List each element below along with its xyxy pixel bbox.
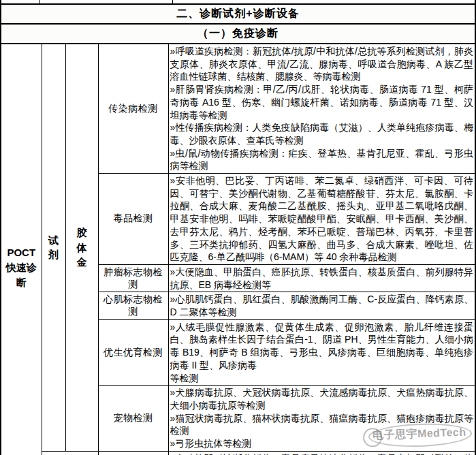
section-header: 二、诊断试剂+诊断设备: [1, 5, 475, 24]
cell-desc-tumor-markers: »大便隐血、甲胎蛋白、癌胚抗原、转铁蛋白、核基质蛋白、前列腺特异抗原、EB 病毒…: [168, 264, 475, 292]
cell-category-instrument-targets: 传染病、毒品: [98, 451, 168, 455]
desc-line: »大便隐血、甲胎蛋白、癌胚抗原、转铁蛋白、核基质蛋白、前列腺特异抗原、EB 病毒…: [170, 266, 474, 291]
desc-line: »猫冠状病毒抗原、猫杯状病毒抗原、猫瘟病毒抗原、猫疱疹病毒抗原等检测: [170, 412, 474, 437]
cell-category-tumor-markers: 肿瘤标志物检测: [98, 264, 168, 292]
desc-line: »呼吸道疾病检测：新冠抗体/抗原/中和抗体/总抗等系列检测试剂，肺炎支原体、肺炎…: [170, 45, 474, 83]
cell-desc-fertility: »人绒毛膜促性腺激素、促黄体生成素、促卵泡激素、胎儿纤维连接蛋白、胰岛素样生长因…: [168, 319, 475, 386]
cell-desc-cardiac-markers: »心肌肌钙蛋白、肌红蛋白、肌酸激酶同工酶、C-反应蛋白、降钙素原、D 二聚体等检…: [168, 292, 475, 319]
diagnostics-table: 二、诊断试剂+诊断设备 （一）免疫诊断 POCT 快速诊断 试剂 胶体金 传染病…: [1, 5, 475, 455]
desc-line: »弓形虫抗体等检测: [170, 437, 474, 450]
subsection-header: （一）免疫诊断: [1, 24, 475, 44]
cell-category-pets: 宠物检测: [98, 386, 168, 452]
desc-line: 等检测: [170, 372, 474, 385]
desc-line: »多功能即时诊断分析仪、毒品痕量快速分析仪、毒品卡杯即时联检一体诊断分析仪、毒品…: [170, 452, 474, 455]
desc-line: »人绒毛膜促性腺激素、促黄体生成素、促卵泡激素、胎儿纤维连接蛋白、胰岛素样生长因…: [170, 321, 474, 372]
cell-category-infectious: 传染病检测: [98, 44, 168, 174]
cell-group-poct: POCT 快速诊断: [1, 44, 42, 455]
cell-desc-drugs: »安非他明、巴比妥、丁丙诺啡、苯二氮卓、绿硝西泮、可卡因、可待因、可替宁、美沙酮…: [168, 174, 475, 265]
remnant-divider: [39, 0, 40, 3]
cell-type-reagent: 试剂: [42, 44, 65, 451]
cell-category-drugs: 毒品检测: [98, 174, 168, 265]
document-page: 二、诊断试剂+诊断设备 （一）免疫诊断 POCT 快速诊断 试剂 胶体金 传染病…: [0, 0, 476, 455]
desc-line: »犬腺病毒抗原、犬冠状病毒抗原、犬流感病毒抗原、犬瘟热病毒抗原、犬细小病毒抗原等…: [170, 386, 474, 411]
previous-row-remnant: [1, 0, 475, 5]
desc-line: »安非他明、巴比妥、丁丙诺啡、苯二氮卓、绿硝西泮、可卡因、可待因、可替宁、美沙酮…: [170, 174, 474, 264]
desc-line: »心肌肌钙蛋白、肌红蛋白、肌酸激酶同工酶、C-反应蛋白、降钙素原、D 二聚体等检…: [170, 293, 474, 318]
cell-desc-instruments: »多功能即时诊断分析仪、毒品痕量快速分析仪、毒品卡杯即时联检一体诊断分析仪、毒品…: [168, 451, 475, 455]
remnant-divider: [172, 0, 173, 3]
desc-line: »肝肠胃肾疾病检测：甲/乙/丙/戊肝、轮状病毒、肠道病毒 71 型、柯萨奇病毒 …: [170, 83, 474, 121]
colloidal-gold-label: 胶体金: [76, 225, 88, 270]
cell-desc-pets: »犬腺病毒抗原、犬冠状病毒抗原、犬流感病毒抗原、犬瘟热病毒抗原、犬细小病毒抗原等…: [168, 386, 475, 452]
desc-line: »虫/鼠/动物传播疾病检测：疟疾、登革热、基肯孔尼亚、霍乱、弓形虫病等检测: [170, 147, 474, 172]
cell-method-colloidal-gold: 胶体金: [65, 44, 98, 451]
cell-desc-infectious: »呼吸道疾病检测：新冠抗体/抗原/中和抗体/总抗等系列检测试剂，肺炎支原体、肺炎…: [168, 44, 475, 174]
cell-type-instrument: 仪器: [42, 451, 98, 455]
cell-category-fertility: 优生优育检测: [98, 319, 168, 386]
cell-category-cardiac-markers: 心肌标志物检测: [98, 292, 168, 319]
desc-line: »性传播疾病检测：人类免疫缺陷病毒（艾滋）、人类单纯疱疹病毒、梅毒、沙眼衣原体、…: [170, 121, 474, 146]
